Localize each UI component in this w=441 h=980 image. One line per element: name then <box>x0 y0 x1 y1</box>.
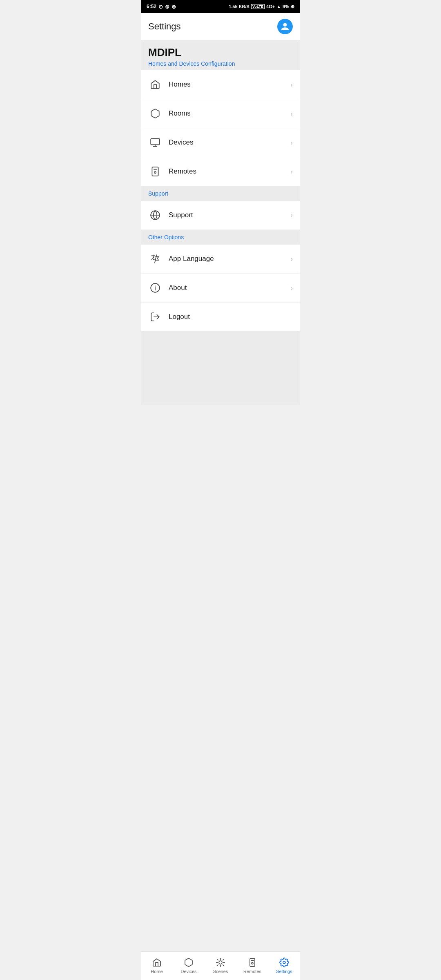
signal-icon: ▲ <box>276 4 281 9</box>
whatsapp-icon: ⊚ <box>165 4 169 10</box>
app-language-label: App Language <box>169 255 290 263</box>
battery-level: 9% <box>283 4 289 9</box>
chevron-right-icon: › <box>290 211 293 220</box>
support-section-label: Support <box>148 190 168 197</box>
section-header: MDIPL Homes and Devices Configuration <box>141 40 300 70</box>
remotes-icon <box>148 165 162 178</box>
other-options-list: App Language › About › <box>141 245 300 331</box>
support-list: Support › <box>141 201 300 230</box>
battery-icon: ⊕ <box>291 4 294 9</box>
location-icon: ⊛ <box>172 4 176 10</box>
menu-item-support[interactable]: Support › <box>141 201 300 230</box>
rooms-label: Rooms <box>169 109 290 118</box>
rooms-icon <box>148 107 162 120</box>
avatar-button[interactable] <box>277 19 293 34</box>
status-right: 1.55 KB/S VoLTE 4G+ ▲ 9% ⊕ <box>229 4 294 9</box>
about-label: About <box>169 284 290 292</box>
support-section-header: Support <box>141 186 300 201</box>
language-icon <box>148 252 162 266</box>
chevron-right-icon: › <box>290 109 293 118</box>
section-subtitle: Homes and Devices Configuration <box>148 60 293 67</box>
support-label: Support <box>169 211 290 219</box>
content-area: MDIPL Homes and Devices Configuration Ho… <box>141 40 300 405</box>
other-options-label: Other Options <box>148 234 184 241</box>
menu-item-app-language[interactable]: App Language › <box>141 245 300 274</box>
menu-item-remotes[interactable]: Remotes › <box>141 157 300 186</box>
chevron-right-icon: › <box>290 138 293 147</box>
other-options-section-header: Other Options <box>141 230 300 245</box>
empty-spacer <box>141 331 300 405</box>
chevron-right-icon: › <box>290 167 293 176</box>
menu-item-devices[interactable]: Devices › <box>141 128 300 157</box>
chevron-right-icon: › <box>290 284 293 292</box>
home-icon <box>148 78 162 91</box>
chevron-right-icon: › <box>290 80 293 89</box>
page-title: Settings <box>148 21 181 32</box>
app-bar: Settings <box>141 13 300 40</box>
status-time: 6:52 <box>147 4 156 9</box>
status-bar: 6:52 ⊙ ⊚ ⊛ 1.55 KB/S VoLTE 4G+ ▲ 9% ⊕ <box>141 0 300 13</box>
about-icon <box>148 281 162 295</box>
support-icon <box>148 208 162 222</box>
homes-label: Homes <box>169 80 290 89</box>
logout-icon <box>148 310 162 324</box>
signal-type: 4G+ <box>266 4 275 9</box>
homes-devices-list: Homes › Rooms › Devices › <box>141 70 300 186</box>
menu-item-rooms[interactable]: Rooms › <box>141 99 300 128</box>
network-speed: 1.55 KB/S <box>229 4 249 9</box>
menu-item-logout[interactable]: Logout <box>141 303 300 331</box>
svg-rect-0 <box>151 138 160 145</box>
status-left: 6:52 ⊙ ⊚ ⊛ <box>147 4 176 10</box>
chevron-right-icon: › <box>290 255 293 263</box>
remotes-label: Remotes <box>169 167 290 176</box>
circle-icon: ⊙ <box>158 4 163 10</box>
person-icon <box>281 22 290 31</box>
devices-label: Devices <box>169 138 290 147</box>
logout-label: Logout <box>169 313 293 321</box>
devices-icon <box>148 136 162 149</box>
volte-badge: VoLTE <box>251 4 265 9</box>
menu-item-homes[interactable]: Homes › <box>141 70 300 99</box>
svg-point-5 <box>154 172 156 173</box>
org-name: MDIPL <box>148 46 293 59</box>
menu-item-about[interactable]: About › <box>141 274 300 303</box>
